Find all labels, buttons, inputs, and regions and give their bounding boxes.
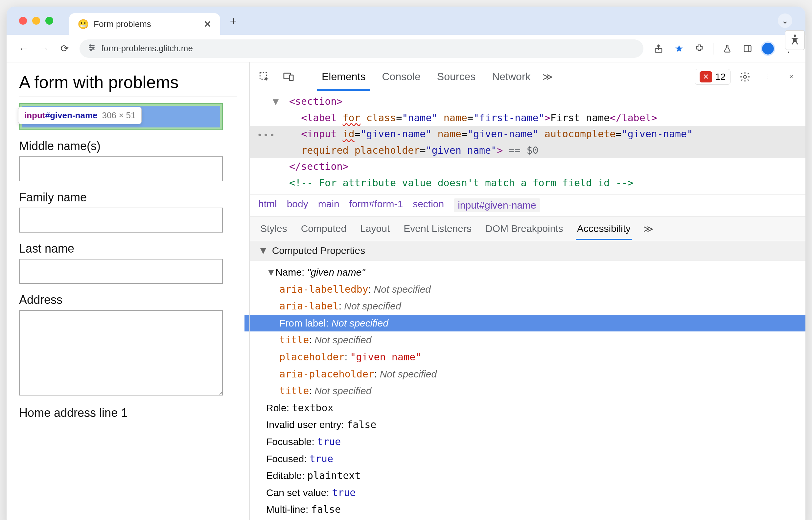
subtab-layout[interactable]: Layout xyxy=(359,217,391,240)
name-source-row: title: Not specified xyxy=(266,332,797,348)
inspect-element-icon[interactable] xyxy=(256,68,273,85)
tab-title: Form problems xyxy=(94,19,151,29)
tab-elements[interactable]: Elements xyxy=(317,63,370,91)
last-name-input[interactable] xyxy=(19,259,223,284)
svg-point-13 xyxy=(744,75,746,78)
crumb-section[interactable]: section xyxy=(413,199,444,212)
tooltip-tag: input xyxy=(24,110,45,120)
page-title: A form with problems xyxy=(19,72,237,97)
crumb-main[interactable]: main xyxy=(318,199,339,212)
selected-dom-node[interactable]: ••• <input id="given-name" name="given-n… xyxy=(250,126,806,142)
error-count: 12 xyxy=(715,72,726,82)
svg-point-9 xyxy=(794,34,796,37)
subtab-dom-breakpoints[interactable]: DOM Breakpoints xyxy=(484,217,564,240)
toolbar: ← → ⟳ form-problems.glitch.me ★ xyxy=(6,35,806,62)
titlebar: 😬 Form problems ✕ ＋ ⌄ xyxy=(6,6,806,35)
devtools-subtabs: Styles Computed Layout Event Listeners D… xyxy=(250,216,806,241)
name-source-row: From label: Not specified xyxy=(245,315,806,332)
error-count-badge[interactable]: ✕ 12 xyxy=(695,69,731,85)
devtools-panel: Elements Console Sources Network ≫ ✕ 12 … xyxy=(250,62,806,520)
side-panel-icon[interactable] xyxy=(739,40,756,57)
devtools-tabbar: Elements Console Sources Network ≫ ✕ 12 … xyxy=(250,62,806,91)
browser-window: 😬 Form problems ✕ ＋ ⌄ ← → ⟳ form-problem… xyxy=(6,6,806,520)
subtab-accessibility[interactable]: Accessibility xyxy=(576,217,632,240)
dom-breadcrumb: html body main form#form-1 section input… xyxy=(250,194,806,216)
home-address-1-label: Home address line 1 xyxy=(19,406,237,420)
family-name-label: Family name xyxy=(19,190,237,204)
subtab-computed[interactable]: Computed xyxy=(300,217,348,240)
rendered-page: A form with problems input#given-name 30… xyxy=(6,62,250,520)
crumb-body[interactable]: body xyxy=(287,199,308,212)
a11y-property-row: Can set value: true xyxy=(266,484,797,501)
svg-rect-7 xyxy=(744,45,751,52)
console-reference: == $0 xyxy=(503,145,538,156)
subtab-styles[interactable]: Styles xyxy=(259,217,288,240)
address-bar[interactable]: form-problems.glitch.me xyxy=(79,40,643,58)
address-textarea[interactable] xyxy=(19,310,223,395)
close-window-button[interactable] xyxy=(19,17,27,25)
new-tab-button[interactable]: ＋ xyxy=(226,14,240,28)
browser-tab[interactable]: 😬 Form problems ✕ xyxy=(69,13,220,35)
name-source-row: aria-placeholder: Not specified xyxy=(266,366,797,383)
tab-sources[interactable]: Sources xyxy=(432,63,480,91)
name-value: "given name" xyxy=(307,267,365,278)
tab-network[interactable]: Network xyxy=(487,63,535,91)
svg-rect-12 xyxy=(289,75,293,80)
crumb-html[interactable]: html xyxy=(258,199,277,212)
subtabs-overflow-icon[interactable]: ≫ xyxy=(643,223,653,235)
a11y-property-row: Multi-line: false xyxy=(266,501,797,518)
tab-overflow-button[interactable]: ⌄ xyxy=(778,14,792,28)
subtab-event-listeners[interactable]: Event Listeners xyxy=(402,217,473,240)
toolbar-actions: ★ ⋮ xyxy=(650,40,797,57)
middle-name-input[interactable] xyxy=(19,156,223,181)
a11y-property-row: Role: textbox xyxy=(266,399,797,417)
tab-console[interactable]: Console xyxy=(377,63,425,91)
name-source-row: placeholder: "given name" xyxy=(266,348,797,366)
a11y-property-row: Focusable: true xyxy=(266,433,797,450)
accessibility-properties: ▼Name: "given name" aria-labelledby: Not… xyxy=(250,260,806,520)
accessibility-tree-toggle-icon[interactable] xyxy=(785,30,805,50)
bookmark-star-icon[interactable]: ★ xyxy=(670,40,687,57)
minimize-window-button[interactable] xyxy=(32,17,40,25)
site-settings-icon[interactable] xyxy=(87,43,96,54)
svg-point-5 xyxy=(91,49,92,50)
tabs-overflow-icon[interactable]: ≫ xyxy=(542,71,553,82)
labs-icon[interactable] xyxy=(719,40,736,57)
reload-button[interactable]: ⟳ xyxy=(56,40,73,57)
last-name-label: Last name xyxy=(19,242,237,256)
extensions-icon[interactable] xyxy=(691,40,708,57)
profile-avatar[interactable] xyxy=(759,40,777,57)
share-icon[interactable] xyxy=(650,40,667,57)
device-toolbar-icon[interactable] xyxy=(280,68,297,85)
forward-button[interactable]: → xyxy=(35,40,53,57)
url-text: form-problems.glitch.me xyxy=(101,43,193,54)
back-button[interactable]: ← xyxy=(15,40,32,57)
content-area: A form with problems input#given-name 30… xyxy=(6,62,806,520)
crumb-form[interactable]: form#form-1 xyxy=(349,199,403,212)
crumb-input[interactable]: input#given-name xyxy=(454,199,540,212)
family-name-input[interactable] xyxy=(19,208,223,233)
a11y-property-row: Focused: true xyxy=(266,450,797,467)
a11y-property-row: Editable: plaintext xyxy=(266,467,797,484)
close-tab-button[interactable]: ✕ xyxy=(201,18,213,30)
name-source-row: aria-labelledby: Not specified xyxy=(266,281,797,298)
svg-point-3 xyxy=(90,45,91,46)
settings-gear-icon[interactable] xyxy=(736,68,754,85)
maximize-window-button[interactable] xyxy=(45,17,53,25)
error-icon: ✕ xyxy=(700,71,712,82)
devtools-menu-icon[interactable]: ⋮ xyxy=(759,68,777,85)
name-source-row: aria-label: Not specified xyxy=(266,297,797,315)
section-title: Computed Properties xyxy=(272,245,365,256)
element-inspect-tooltip: input#given-name 306 × 51 xyxy=(18,107,142,124)
disclosure-triangle-icon: ▼ xyxy=(258,245,268,256)
tooltip-id: #given-name xyxy=(45,110,98,120)
dom-tree[interactable]: ▼<section> <label for class="name" name=… xyxy=(250,91,806,194)
a11y-property-row: Invalid user entry: false xyxy=(266,416,797,433)
name-property: ▼Name: "given name" xyxy=(266,264,797,281)
middle-name-label: Middle name(s) xyxy=(19,139,237,153)
svg-point-4 xyxy=(92,47,94,48)
devtools-close-icon[interactable]: ✕ xyxy=(782,68,800,85)
computed-properties-header[interactable]: ▼ Computed Properties xyxy=(250,241,806,260)
tab-favicon: 😬 xyxy=(78,19,89,30)
address-label: Address xyxy=(19,293,237,307)
